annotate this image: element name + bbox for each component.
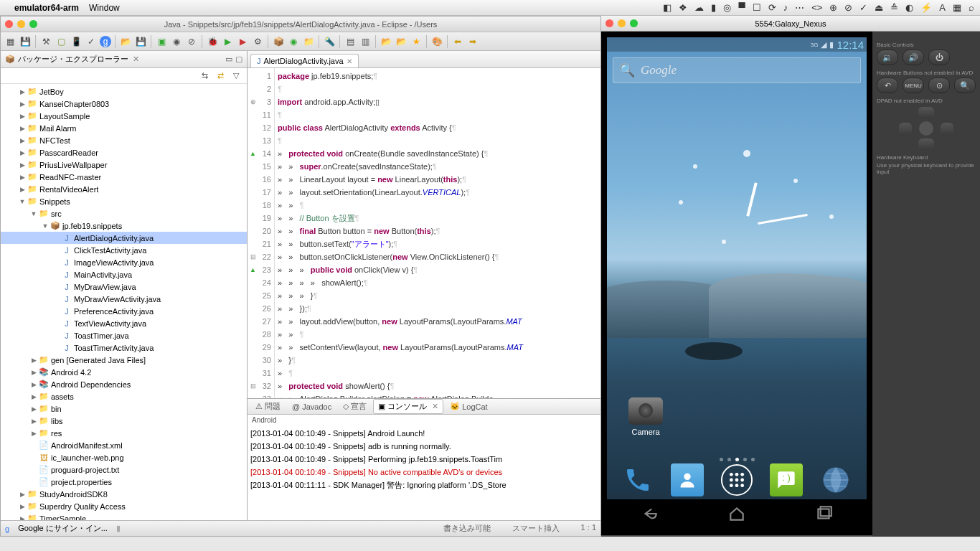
run-last-icon[interactable]: ▶ bbox=[236, 35, 249, 48]
package-explorer-tab[interactable]: 📦 パッケージ・エクスプローラー ✕ ▭ ▢ bbox=[1, 51, 247, 68]
minimize-button[interactable] bbox=[17, 20, 25, 28]
menubar-icon[interactable]: ▀ bbox=[738, 2, 745, 13]
nav-icon[interactable]: 📂 bbox=[380, 35, 392, 48]
dpad-up[interactable] bbox=[918, 107, 934, 118]
home-button[interactable] bbox=[727, 504, 746, 524]
code-editor[interactable]: 12⊕3111213▲1415161718192021⊟22▲232425262… bbox=[248, 68, 600, 398]
project-tree[interactable]: ▶📁JetBoy▶📁KanseiChapter0803▶📁LayoutSampl… bbox=[1, 84, 247, 520]
emulator-titlebar[interactable]: 5554:Galaxy_Nexus bbox=[601, 16, 980, 32]
menubar-icon[interactable]: ☐ bbox=[753, 2, 761, 13]
dpad-left[interactable] bbox=[899, 123, 912, 136]
menubar-icon[interactable]: ♪ bbox=[783, 2, 788, 13]
color-icon[interactable]: 🎨 bbox=[430, 35, 443, 48]
editor-tab[interactable]: J AlertDialogActivity.java ✕ bbox=[250, 54, 359, 67]
dpad-center[interactable] bbox=[919, 121, 933, 136]
browser-app[interactable] bbox=[819, 463, 852, 496]
close-button[interactable] bbox=[606, 19, 613, 27]
menubar-icon[interactable]: ⟳ bbox=[768, 2, 776, 13]
save-all-icon[interactable]: 💾 bbox=[134, 35, 147, 48]
tree-item[interactable]: JMyDrawViewActivity.java bbox=[1, 293, 247, 305]
collapse-icon[interactable]: ⇆ bbox=[198, 70, 211, 83]
menubar-icon[interactable]: ⋯ bbox=[795, 2, 804, 13]
console-tab[interactable]: ▣コンソール✕ bbox=[373, 399, 443, 414]
tree-item[interactable]: JToastTimerActivity.java bbox=[1, 342, 247, 354]
maximize-view-icon[interactable]: ▢ bbox=[235, 55, 242, 64]
menu-icon[interactable]: ▽ bbox=[230, 70, 242, 83]
toggle-icon[interactable]: ▤ bbox=[344, 35, 357, 48]
search-hw-button[interactable]: 🔍 bbox=[954, 77, 976, 93]
g-icon[interactable]: g bbox=[100, 36, 111, 47]
new-pkg-icon[interactable]: 📦 bbox=[272, 35, 285, 48]
toggle2-icon[interactable]: ▥ bbox=[359, 35, 372, 48]
run-icon[interactable]: ▶ bbox=[221, 35, 234, 48]
close-icon[interactable]: ✕ bbox=[347, 57, 352, 65]
menubar-icon[interactable]: ⚡ bbox=[920, 2, 932, 13]
skip-icon[interactable]: ⊘ bbox=[185, 35, 198, 48]
menubar-icon[interactable]: ≙ bbox=[890, 2, 898, 13]
tree-item[interactable]: JMainActivity.java bbox=[1, 268, 247, 281]
menubar-icon[interactable]: ◧ bbox=[663, 2, 672, 13]
tree-item[interactable]: JImageViewActivity.java bbox=[1, 256, 247, 268]
tree-item[interactable]: ▼📦jp.feb19.snippets bbox=[1, 220, 247, 232]
tree-item[interactable]: ▶📁RentalVideoAlert bbox=[1, 183, 247, 195]
home-hw-button[interactable]: ⊙ bbox=[928, 77, 950, 93]
menubar-icon[interactable]: <> bbox=[811, 2, 822, 13]
new-icon[interactable]: ▦ bbox=[4, 35, 17, 48]
apps-drawer[interactable] bbox=[720, 463, 753, 496]
menubar-icon[interactable]: ◎ bbox=[723, 2, 731, 13]
tree-item[interactable]: JMyDrawView.java bbox=[1, 281, 247, 293]
tree-item[interactable]: JToastTimer.java bbox=[1, 329, 247, 342]
link-icon[interactable]: ⇄ bbox=[214, 70, 227, 83]
back-button[interactable] bbox=[641, 504, 659, 524]
menubar-icon[interactable]: ◐ bbox=[905, 2, 913, 13]
dpad-down[interactable] bbox=[918, 138, 934, 150]
check-icon[interactable]: ▣ bbox=[155, 35, 168, 48]
camera-app[interactable]: Camera bbox=[628, 397, 663, 436]
app-name[interactable]: emulator64-arm bbox=[14, 3, 79, 13]
minimize-button[interactable] bbox=[618, 19, 626, 27]
tree-item[interactable]: ▶📁res bbox=[1, 427, 247, 439]
tree-item[interactable]: 📄project.properties bbox=[1, 476, 247, 488]
tree-item[interactable]: 🖼ic_launcher-web.png bbox=[1, 451, 247, 463]
tree-item[interactable]: 📄AndroidManifest.xml bbox=[1, 439, 247, 451]
dpad-right[interactable] bbox=[941, 123, 953, 136]
tree-item[interactable]: ▶📁Superdry Quality Access bbox=[1, 500, 247, 512]
tree-item[interactable]: ▶📁PasscardReader bbox=[1, 146, 247, 159]
contacts-app[interactable] bbox=[671, 463, 704, 496]
menu-hw-button[interactable]: MENU bbox=[903, 77, 924, 93]
zoom-button[interactable] bbox=[29, 20, 37, 28]
tree-item[interactable]: ▶📁TimerSample bbox=[1, 512, 247, 520]
task-icon[interactable]: ◉ bbox=[170, 35, 183, 48]
tree-item[interactable]: JClickTestActivity.java bbox=[1, 244, 247, 256]
search-icon[interactable]: 🔦 bbox=[323, 35, 336, 48]
tab-close-icon[interactable]: ✕ bbox=[133, 55, 139, 64]
tree-item[interactable]: ▶📁NFCTest bbox=[1, 134, 247, 146]
tree-item[interactable]: ▶📁JetBoy bbox=[1, 85, 247, 98]
console-tab[interactable]: ◇宣言 bbox=[338, 399, 372, 414]
tree-item[interactable]: ▶📁bin bbox=[1, 402, 247, 415]
tree-item[interactable]: JPreferenceActivity.java bbox=[1, 305, 247, 317]
power-button[interactable]: ⏻ bbox=[928, 50, 950, 65]
menubar-icon[interactable]: ✓ bbox=[859, 2, 867, 13]
tree-item[interactable]: ▶📁libs bbox=[1, 415, 247, 427]
menubar-icon[interactable]: ⊘ bbox=[844, 2, 852, 13]
tree-item[interactable]: ▶📁assets bbox=[1, 390, 247, 402]
menubar-icon[interactable]: A bbox=[939, 2, 946, 13]
fwd-icon[interactable]: ➡ bbox=[466, 35, 479, 48]
tree-item[interactable]: ▶📁StudyAndroidSDK8 bbox=[1, 488, 247, 500]
minimize-view-icon[interactable]: ▭ bbox=[225, 55, 232, 64]
tree-item[interactable]: ▼📁Snippets bbox=[1, 195, 247, 207]
console-output[interactable]: [2013-01-04 00:10:49 - Snippets] Android… bbox=[248, 425, 600, 520]
nav2-icon[interactable]: 📂 bbox=[395, 35, 407, 48]
new-folder-icon[interactable]: 📁 bbox=[302, 35, 315, 48]
vol-up-button[interactable]: 🔊 bbox=[903, 50, 924, 65]
close-button[interactable] bbox=[5, 20, 13, 28]
debug-icon[interactable]: 🐞 bbox=[206, 35, 219, 48]
tree-item[interactable]: ▶📁KanseiChapter0803 bbox=[1, 98, 247, 110]
phone-app[interactable] bbox=[621, 463, 654, 496]
tree-item[interactable]: ▶📁Mail Alarm bbox=[1, 122, 247, 134]
tree-item[interactable]: JTextViewActivity.java bbox=[1, 317, 247, 329]
tree-item[interactable]: ▶📁ReadNFC-master bbox=[1, 171, 247, 183]
avd-icon[interactable]: 📱 bbox=[70, 35, 83, 48]
tree-item[interactable]: 📄proguard-project.txt bbox=[1, 463, 247, 476]
